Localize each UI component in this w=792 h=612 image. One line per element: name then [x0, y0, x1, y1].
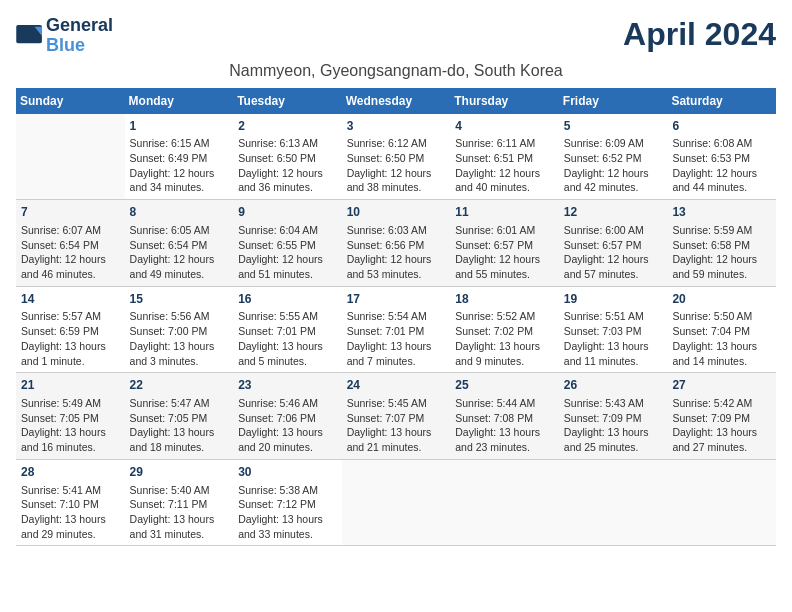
day-number: 20 — [672, 291, 771, 308]
day-number: 27 — [672, 377, 771, 394]
calendar-cell: 18Sunrise: 5:52 AMSunset: 7:02 PMDayligh… — [450, 286, 559, 373]
weekday-header-friday: Friday — [559, 88, 668, 114]
day-info: Sunset: 7:01 PM — [238, 324, 337, 339]
day-info: Daylight: 12 hours — [455, 252, 554, 267]
day-number: 17 — [347, 291, 446, 308]
day-info: Sunset: 7:11 PM — [130, 497, 229, 512]
day-info: and 31 minutes. — [130, 527, 229, 542]
day-info: Daylight: 13 hours — [130, 425, 229, 440]
calendar-cell: 6Sunrise: 6:08 AMSunset: 6:53 PMDaylight… — [667, 114, 776, 200]
calendar-cell — [342, 459, 451, 546]
day-number: 9 — [238, 204, 337, 221]
day-info: Daylight: 13 hours — [238, 512, 337, 527]
calendar-cell: 13Sunrise: 5:59 AMSunset: 6:58 PMDayligh… — [667, 200, 776, 287]
day-info: Sunset: 7:12 PM — [238, 497, 337, 512]
calendar-week-row: 1Sunrise: 6:15 AMSunset: 6:49 PMDaylight… — [16, 114, 776, 200]
day-info: Daylight: 13 hours — [672, 339, 771, 354]
day-info: Sunrise: 6:01 AM — [455, 223, 554, 238]
day-info: and 7 minutes. — [347, 354, 446, 369]
calendar-cell: 10Sunrise: 6:03 AMSunset: 6:56 PMDayligh… — [342, 200, 451, 287]
calendar-cell — [667, 459, 776, 546]
day-info: and 51 minutes. — [238, 267, 337, 282]
day-info: Sunrise: 5:38 AM — [238, 483, 337, 498]
day-info: Sunrise: 6:05 AM — [130, 223, 229, 238]
day-info: Daylight: 12 hours — [238, 166, 337, 181]
day-info: Sunrise: 5:49 AM — [21, 396, 120, 411]
day-info: Sunrise: 6:15 AM — [130, 136, 229, 151]
day-info: Sunset: 7:02 PM — [455, 324, 554, 339]
day-info: Sunset: 6:57 PM — [455, 238, 554, 253]
calendar-table: SundayMondayTuesdayWednesdayThursdayFrid… — [16, 88, 776, 547]
day-number: 12 — [564, 204, 663, 221]
calendar-cell: 22Sunrise: 5:47 AMSunset: 7:05 PMDayligh… — [125, 373, 234, 460]
calendar-cell — [450, 459, 559, 546]
day-info: and 53 minutes. — [347, 267, 446, 282]
calendar-cell: 30Sunrise: 5:38 AMSunset: 7:12 PMDayligh… — [233, 459, 342, 546]
day-info: and 23 minutes. — [455, 440, 554, 455]
weekday-header-wednesday: Wednesday — [342, 88, 451, 114]
day-info: and 42 minutes. — [564, 180, 663, 195]
day-info: and 49 minutes. — [130, 267, 229, 282]
day-info: Sunrise: 5:54 AM — [347, 309, 446, 324]
calendar-cell — [559, 459, 668, 546]
day-info: Daylight: 13 hours — [21, 425, 120, 440]
day-info: and 44 minutes. — [672, 180, 771, 195]
day-info: and 46 minutes. — [21, 267, 120, 282]
day-info: Sunrise: 6:08 AM — [672, 136, 771, 151]
day-info: Sunset: 7:08 PM — [455, 411, 554, 426]
day-info: Sunset: 6:49 PM — [130, 151, 229, 166]
day-info: and 36 minutes. — [238, 180, 337, 195]
calendar-cell: 24Sunrise: 5:45 AMSunset: 7:07 PMDayligh… — [342, 373, 451, 460]
day-info: Sunrise: 5:42 AM — [672, 396, 771, 411]
calendar-cell: 19Sunrise: 5:51 AMSunset: 7:03 PMDayligh… — [559, 286, 668, 373]
day-number: 16 — [238, 291, 337, 308]
day-info: Daylight: 13 hours — [455, 425, 554, 440]
day-info: Sunset: 7:10 PM — [21, 497, 120, 512]
day-number: 18 — [455, 291, 554, 308]
day-info: and 21 minutes. — [347, 440, 446, 455]
day-info: Daylight: 13 hours — [564, 339, 663, 354]
weekday-header-thursday: Thursday — [450, 88, 559, 114]
day-number: 14 — [21, 291, 120, 308]
day-info: Daylight: 12 hours — [130, 252, 229, 267]
day-number: 30 — [238, 464, 337, 481]
day-info: Sunset: 7:05 PM — [130, 411, 229, 426]
calendar-cell: 20Sunrise: 5:50 AMSunset: 7:04 PMDayligh… — [667, 286, 776, 373]
day-info: Sunset: 6:54 PM — [21, 238, 120, 253]
day-info: Sunset: 7:05 PM — [21, 411, 120, 426]
calendar-week-row: 14Sunrise: 5:57 AMSunset: 6:59 PMDayligh… — [16, 286, 776, 373]
day-number: 1 — [130, 118, 229, 135]
day-info: Sunrise: 5:56 AM — [130, 309, 229, 324]
day-number: 24 — [347, 377, 446, 394]
day-info: Sunrise: 5:59 AM — [672, 223, 771, 238]
day-info: Sunrise: 5:44 AM — [455, 396, 554, 411]
month-title: April 2024 — [113, 16, 776, 53]
calendar-cell: 29Sunrise: 5:40 AMSunset: 7:11 PMDayligh… — [125, 459, 234, 546]
day-number: 5 — [564, 118, 663, 135]
day-info: Daylight: 13 hours — [130, 512, 229, 527]
day-info: and 33 minutes. — [238, 527, 337, 542]
day-info: Daylight: 13 hours — [21, 512, 120, 527]
day-info: Sunset: 7:07 PM — [347, 411, 446, 426]
day-info: Daylight: 12 hours — [672, 166, 771, 181]
day-info: Daylight: 13 hours — [21, 339, 120, 354]
day-info: and 5 minutes. — [238, 354, 337, 369]
day-info: Daylight: 12 hours — [130, 166, 229, 181]
day-number: 10 — [347, 204, 446, 221]
day-info: Sunrise: 6:13 AM — [238, 136, 337, 151]
day-info: Sunset: 6:57 PM — [564, 238, 663, 253]
day-info: Sunset: 7:01 PM — [347, 324, 446, 339]
day-info: and 9 minutes. — [455, 354, 554, 369]
day-info: Sunrise: 6:03 AM — [347, 223, 446, 238]
day-info: Sunrise: 6:12 AM — [347, 136, 446, 151]
day-info: Sunset: 6:58 PM — [672, 238, 771, 253]
weekday-header-tuesday: Tuesday — [233, 88, 342, 114]
day-number: 28 — [21, 464, 120, 481]
day-number: 13 — [672, 204, 771, 221]
calendar-cell: 8Sunrise: 6:05 AMSunset: 6:54 PMDaylight… — [125, 200, 234, 287]
day-info: Sunset: 7:00 PM — [130, 324, 229, 339]
header-row: General Blue April 2024 — [16, 16, 776, 60]
day-info: and 57 minutes. — [564, 267, 663, 282]
day-info: Daylight: 13 hours — [238, 339, 337, 354]
calendar-cell: 21Sunrise: 5:49 AMSunset: 7:05 PMDayligh… — [16, 373, 125, 460]
